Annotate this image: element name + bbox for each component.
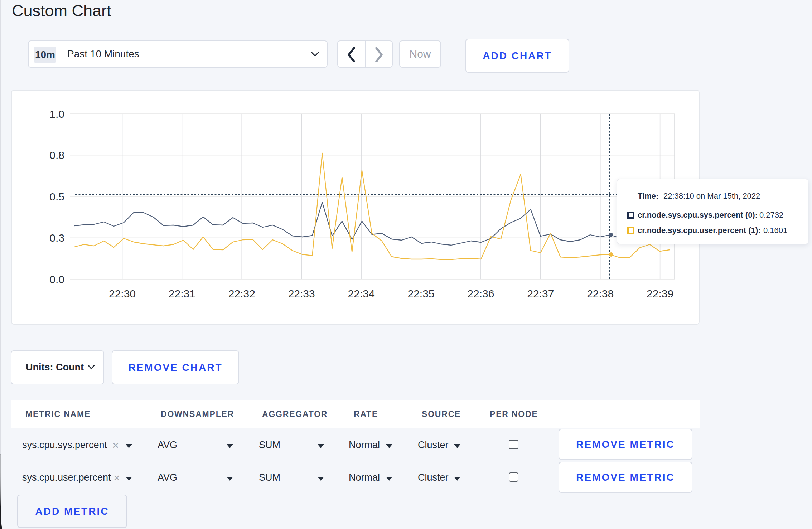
svg-text:0.5: 0.5: [49, 191, 64, 203]
svg-text:1.0: 1.0: [49, 108, 64, 120]
svg-text:22:35: 22:35: [407, 288, 434, 300]
svg-text:0.8: 0.8: [49, 149, 64, 161]
svg-text:22:33: 22:33: [288, 288, 315, 300]
svg-text:22:31: 22:31: [169, 288, 195, 300]
svg-text:22:32: 22:32: [228, 288, 255, 300]
svg-text:0.3: 0.3: [49, 232, 64, 244]
svg-text:22:39: 22:39: [647, 288, 673, 300]
svg-text:22:34: 22:34: [348, 288, 375, 300]
svg-text:22:36: 22:36: [467, 288, 494, 300]
svg-text:22:37: 22:37: [527, 288, 554, 300]
svg-text:0.0: 0.0: [49, 273, 64, 285]
svg-text:22:38: 22:38: [587, 288, 614, 300]
svg-text:22:30: 22:30: [109, 288, 136, 300]
